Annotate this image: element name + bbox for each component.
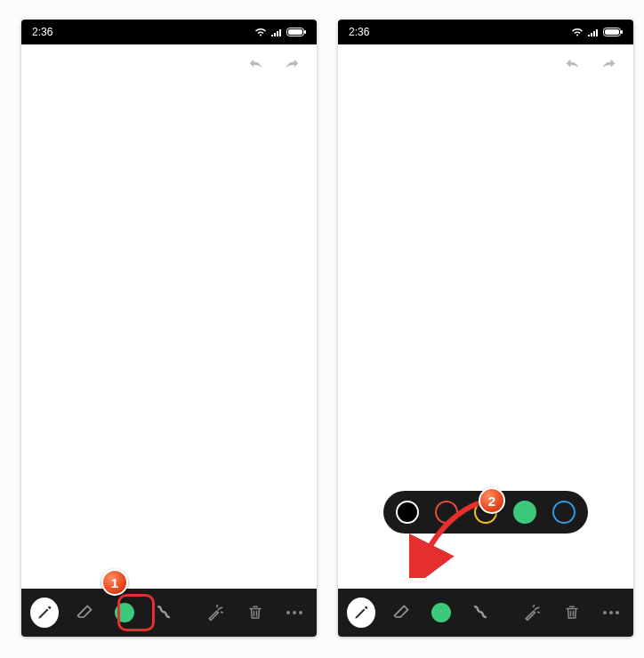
pencil-tool-button[interactable] <box>347 598 375 628</box>
app-header <box>21 44 317 87</box>
effects-button[interactable] <box>519 598 545 627</box>
svg-point-9 <box>603 611 607 614</box>
wifi-icon <box>254 28 267 36</box>
wand-icon <box>523 604 541 622</box>
phone-screenshot-1: 2:36 <box>21 20 317 637</box>
redo-icon <box>282 56 302 76</box>
color-swatch-green[interactable] <box>513 501 536 524</box>
svg-point-4 <box>293 611 296 614</box>
clock-text: 2:36 <box>32 26 52 38</box>
wand-icon <box>206 604 224 622</box>
eraser-icon <box>392 604 410 622</box>
signal-icon <box>587 28 600 36</box>
svg-rect-2 <box>304 30 306 34</box>
status-bar: 2:36 <box>338 20 633 44</box>
undo-button[interactable] <box>242 52 270 80</box>
app-header <box>338 44 633 87</box>
svg-point-11 <box>616 611 619 614</box>
pencil-tool-button[interactable] <box>30 598 59 628</box>
battery-icon <box>286 28 306 36</box>
color-tool-button[interactable] <box>110 598 137 627</box>
squiggle-icon <box>155 604 173 622</box>
color-swatch-blue[interactable] <box>552 501 576 524</box>
squiggle-icon <box>471 604 489 622</box>
color-swatch-red[interactable] <box>435 501 458 524</box>
stage: 2:36 <box>0 0 644 658</box>
redo-button[interactable] <box>278 52 306 80</box>
svg-point-10 <box>609 611 613 614</box>
shape-tool-button[interactable] <box>467 598 494 627</box>
trash-icon <box>247 604 263 622</box>
more-button[interactable] <box>598 598 624 627</box>
color-palette-popup <box>383 491 588 534</box>
svg-rect-8 <box>621 30 623 34</box>
drawing-canvas[interactable] <box>338 87 633 589</box>
color-tool-button[interactable] <box>427 598 454 627</box>
phone-screenshot-2: 2:36 <box>338 20 633 637</box>
color-preview-dot <box>431 603 451 622</box>
svg-point-5 <box>299 611 302 614</box>
drawing-canvas[interactable] <box>21 87 317 589</box>
redo-button[interactable] <box>594 52 623 80</box>
color-preview-dot <box>115 603 134 622</box>
eraser-tool-button[interactable] <box>388 598 415 627</box>
battery-icon <box>603 28 623 36</box>
eraser-icon <box>76 604 93 622</box>
pencil-icon <box>36 605 52 621</box>
color-swatch-black[interactable] <box>396 501 419 524</box>
status-icons <box>571 28 623 36</box>
effects-button[interactable] <box>202 598 229 627</box>
svg-rect-7 <box>605 29 619 35</box>
svg-point-3 <box>286 611 290 614</box>
svg-rect-1 <box>288 29 302 35</box>
pencil-icon <box>353 605 369 621</box>
undo-icon <box>563 56 583 76</box>
signal-icon <box>270 28 283 36</box>
more-button[interactable] <box>281 598 308 627</box>
wifi-icon <box>571 28 584 36</box>
bottom-toolbar <box>338 589 633 637</box>
delete-button[interactable] <box>558 598 584 627</box>
status-bar: 2:36 <box>21 20 317 44</box>
more-icon <box>286 610 303 615</box>
color-swatch-yellow[interactable] <box>474 501 497 524</box>
bottom-toolbar <box>21 589 317 637</box>
delete-button[interactable] <box>241 598 268 627</box>
shape-tool-button[interactable] <box>150 598 177 627</box>
eraser-tool-button[interactable] <box>71 598 98 627</box>
undo-icon <box>246 56 266 76</box>
status-icons <box>254 28 306 36</box>
redo-icon <box>599 56 618 76</box>
more-icon <box>602 610 620 615</box>
clock-text: 2:36 <box>349 26 369 38</box>
undo-button[interactable] <box>559 52 587 80</box>
trash-icon <box>564 604 580 622</box>
